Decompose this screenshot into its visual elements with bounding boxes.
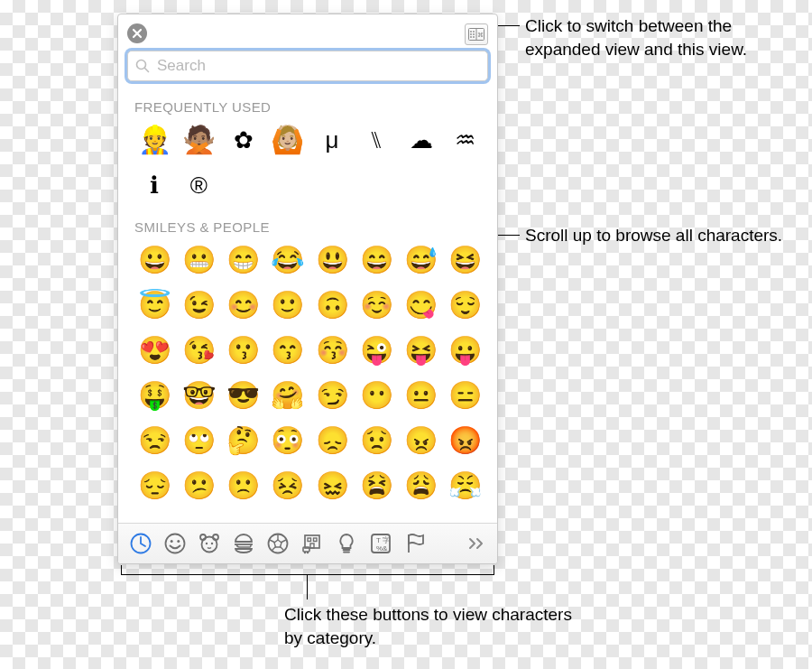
emoji-cell[interactable]: 😏 [312, 376, 352, 415]
svg-point-28 [307, 552, 309, 553]
emoji-cell[interactable]: 😍 [134, 330, 174, 370]
emoji-cell[interactable]: μ [312, 120, 352, 160]
callout-line [498, 25, 520, 26]
emoji-cell[interactable]: 😊 [224, 285, 263, 325]
svg-point-6 [470, 36, 472, 38]
category-clock-button[interactable] [125, 528, 156, 559]
category-symbols-button[interactable]: T字%& [365, 528, 396, 559]
search-field[interactable] [127, 51, 488, 81]
svg-point-13 [171, 540, 173, 543]
category-travel-button[interactable] [297, 528, 328, 559]
emoji-cell[interactable]: 🤗 [268, 376, 308, 415]
emoji-cell[interactable]: 😉 [179, 285, 218, 325]
callout-bracket-stem [307, 574, 308, 599]
svg-point-18 [206, 543, 208, 544]
emoji-cell[interactable]: 😚 [312, 330, 352, 370]
emoji-cell[interactable]: ® [179, 165, 218, 205]
emoji-cell[interactable]: 😳 [268, 421, 308, 460]
more-categories-button[interactable] [465, 531, 490, 556]
emoji-cell[interactable]: 😑 [446, 376, 485, 415]
toggle-view-button[interactable]: ⌘ [465, 23, 488, 45]
emoji-cell[interactable]: 😙 [268, 330, 308, 370]
callout-line [498, 235, 520, 236]
category-flags-button[interactable] [400, 528, 430, 559]
emoji-cell[interactable]: 🙄 [179, 421, 218, 460]
emoji-cell[interactable]: 🙂 [268, 285, 308, 325]
emoji-cell[interactable]: 😄 [356, 240, 396, 280]
section-title-frequently-used: FREQUENTLY USED [134, 99, 486, 115]
emoji-cell[interactable]: ☺️ [356, 285, 396, 325]
svg-point-4 [470, 33, 472, 35]
emoji-cell[interactable]: 😠 [401, 421, 441, 460]
emoji-cell[interactable]: 😇 [134, 285, 174, 325]
emoji-cell[interactable]: 😁 [224, 240, 263, 280]
category-animal-button[interactable] [194, 528, 225, 559]
category-objects-button[interactable] [331, 528, 362, 559]
svg-point-12 [166, 534, 185, 553]
svg-text:⌘: ⌘ [477, 32, 484, 38]
emoji-cell[interactable]: 😔 [134, 466, 174, 506]
emoji-cell[interactable]: ♒︎ [446, 120, 485, 160]
emoji-cell[interactable]: 🙃 [312, 285, 352, 325]
emoji-cell[interactable]: 😜 [356, 330, 396, 370]
emoji-cell[interactable]: 🙁 [224, 466, 263, 506]
emoji-cell[interactable]: 😶 [356, 376, 396, 415]
emoji-cell[interactable]: ℹ [134, 165, 174, 205]
emoji-cell[interactable]: ⑊ [356, 120, 396, 160]
svg-rect-26 [303, 547, 309, 552]
emoji-cell[interactable]: 😎 [224, 376, 263, 415]
emoji-cell[interactable]: 😋 [401, 285, 441, 325]
emoji-cell[interactable]: ☁︎ [401, 120, 441, 160]
section-title-smileys-people: SMILEYS & PEOPLE [134, 219, 486, 235]
emoji-cell[interactable]: 😝 [401, 330, 441, 370]
emoji-cell[interactable]: 🤓 [179, 376, 218, 415]
svg-point-7 [473, 36, 475, 38]
svg-point-3 [473, 31, 475, 33]
close-button[interactable] [127, 23, 147, 43]
category-smiley-button[interactable] [160, 528, 190, 559]
svg-point-14 [177, 540, 180, 543]
emoji-cell[interactable]: 😖 [312, 466, 352, 506]
svg-rect-23 [308, 538, 311, 542]
emoji-cell[interactable]: 😒 [134, 421, 174, 460]
emoji-cell[interactable]: 🤑 [134, 376, 174, 415]
callout-expand-text: Click to switch between the expanded vie… [525, 14, 796, 60]
character-scroll-area[interactable]: FREQUENTLY USED 👷🙅🏽✿🙆🏼μ⑊☁︎♒︎ℹ® SMILEYS &… [118, 88, 497, 523]
emoji-cell[interactable]: 🙆🏼 [268, 120, 308, 160]
emoji-cell[interactable]: ✿ [224, 120, 263, 160]
search-input[interactable] [155, 56, 480, 76]
emoji-cell[interactable]: 😟 [356, 421, 396, 460]
emoji-cell[interactable]: 😀 [134, 240, 174, 280]
emoji-cell[interactable]: 😐 [401, 376, 441, 415]
emoji-cell[interactable]: 😕 [179, 466, 218, 506]
emoji-cell[interactable]: 😡 [446, 421, 485, 460]
emoji-cell[interactable]: 😞 [312, 421, 352, 460]
category-food-button[interactable] [228, 528, 259, 559]
emoji-cell[interactable]: 🤔 [224, 421, 263, 460]
svg-point-19 [211, 543, 213, 544]
emoji-cell[interactable]: 😗 [224, 330, 263, 370]
emoji-cell[interactable]: 👷 [134, 120, 174, 160]
svg-text:字: 字 [383, 536, 390, 544]
svg-text:&: & [383, 544, 388, 553]
emoji-cell[interactable]: 😂 [268, 240, 308, 280]
svg-text:T: T [376, 536, 381, 544]
emoji-cell[interactable]: 😤 [446, 466, 485, 506]
emoji-cell[interactable]: 😌 [446, 285, 485, 325]
emoji-cell[interactable]: 😃 [312, 240, 352, 280]
callout-scroll-text: Scroll up to browse all characters. [525, 224, 796, 247]
character-viewer-panel: ⌘ FREQUENTLY USED 👷🙅🏽✿🙆🏼μ⑊☁︎♒︎ℹ® SMILEYS… [117, 14, 498, 564]
emoji-cell[interactable]: 😘 [179, 330, 218, 370]
emoji-cell[interactable]: 😅 [401, 240, 441, 280]
emoji-cell[interactable]: 😆 [446, 240, 485, 280]
emoji-cell[interactable]: 😩 [401, 466, 441, 506]
emoji-cell[interactable]: 😬 [179, 240, 218, 280]
emoji-cell[interactable]: 😫 [356, 466, 396, 506]
emoji-cell[interactable]: 🙅🏽 [179, 120, 218, 160]
svg-point-27 [304, 552, 306, 553]
emoji-cell[interactable]: 😛 [446, 330, 485, 370]
search-icon [135, 59, 150, 73]
category-activity-button[interactable] [263, 528, 293, 559]
callout-categories-text: Click these buttons to view characters b… [284, 603, 591, 649]
emoji-cell[interactable]: 😣 [268, 466, 308, 506]
